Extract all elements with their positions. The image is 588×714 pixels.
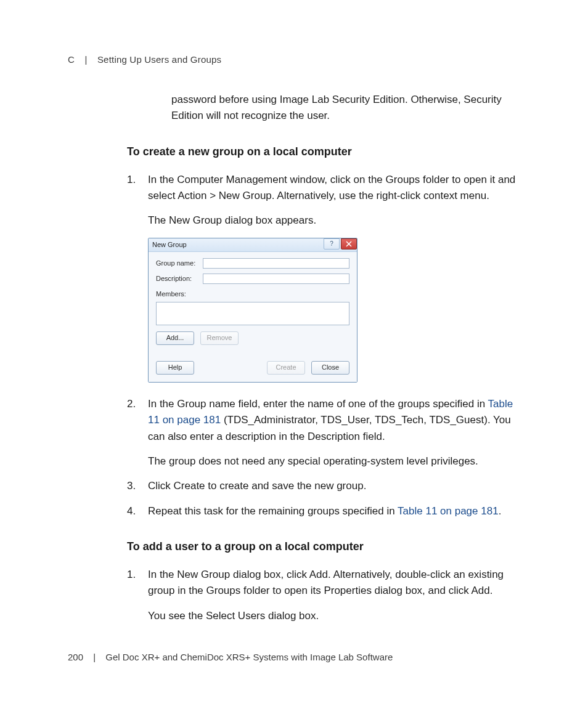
- add-user-p2: You see the Select Users dialog box.: [148, 608, 520, 624]
- step-2-p1: In the Group name field, enter the name …: [148, 396, 520, 445]
- step-1: In the Computer Management window, click…: [127, 172, 520, 383]
- add-user-p1: In the New Group dialog box, click Add. …: [148, 567, 520, 599]
- section-heading-create-group: To create a new group on a local compute…: [127, 145, 520, 158]
- help-button[interactable]: Help: [156, 361, 194, 375]
- separator: |: [84, 54, 87, 65]
- page-footer: 200 | Gel Doc XR+ and ChemiDoc XRS+ Syst…: [68, 652, 393, 662]
- step-1-p1: In the Computer Management window, click…: [148, 172, 520, 205]
- description-input[interactable]: [203, 274, 349, 284]
- members-label: Members:: [156, 289, 349, 299]
- step-4: Repeat this task for the remaining group…: [127, 503, 520, 519]
- titlebar-help-button[interactable]: ?: [324, 238, 340, 249]
- dialog-body: Group name: Description: Members: Add...…: [149, 252, 357, 382]
- footer-text: Gel Doc XR+ and ChemiDoc XRS+ Systems wi…: [105, 652, 393, 662]
- step-3: Click Create to create and save the new …: [127, 478, 520, 494]
- add-button[interactable]: Add...: [156, 331, 194, 345]
- group-name-label: Group name:: [156, 258, 203, 269]
- intro-paragraph: password before using Image Lab Security…: [171, 92, 520, 124]
- dialog-titlebar: New Group ?: [149, 238, 357, 252]
- step-1-p2: The New Group dialog box appears.: [148, 213, 520, 229]
- steps-create-group: In the Computer Management window, click…: [127, 172, 520, 519]
- appendix-letter: C: [68, 54, 75, 65]
- page-number: 200: [68, 652, 83, 662]
- steps-add-user: In the New Group dialog box, click Add. …: [127, 567, 520, 624]
- create-button[interactable]: Create: [267, 361, 305, 375]
- dialog-title: New Group: [152, 240, 187, 250]
- group-name-input[interactable]: [203, 258, 349, 269]
- new-group-dialog-figure: New Group ? Group name:: [148, 238, 520, 383]
- close-button[interactable]: Close: [311, 361, 349, 375]
- header-title: Setting Up Users and Groups: [97, 54, 221, 65]
- running-header: C | Setting Up Users and Groups: [68, 54, 520, 65]
- titlebar-close-button[interactable]: [341, 238, 357, 249]
- table-link-2[interactable]: Table 11 on page 181: [398, 505, 499, 517]
- separator: |: [93, 652, 96, 662]
- remove-button[interactable]: Remove: [200, 331, 239, 345]
- members-listbox[interactable]: [156, 302, 349, 325]
- step-2-p2: The group does not need any special oper…: [148, 453, 520, 469]
- step-2: In the Group name field, enter the name …: [127, 396, 520, 469]
- description-label: Description:: [156, 274, 203, 284]
- step-1-add-user: In the New Group dialog box, click Add. …: [127, 567, 520, 624]
- section-heading-add-user: To add a user to a group on a local comp…: [127, 540, 520, 553]
- new-group-dialog: New Group ? Group name:: [148, 238, 357, 383]
